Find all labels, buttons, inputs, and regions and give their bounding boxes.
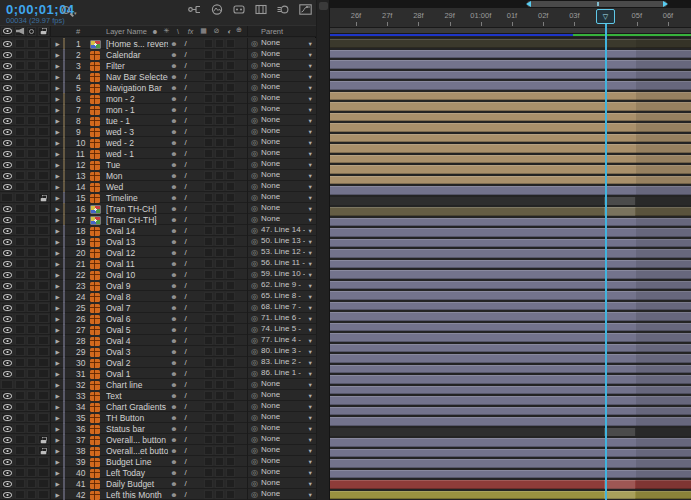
label-swatch[interactable] xyxy=(63,401,65,413)
parent-pickwhip-icon[interactable]: ◎ xyxy=(248,457,261,466)
layer-name[interactable]: Oval 9 xyxy=(106,281,168,291)
solo-toggle[interactable] xyxy=(27,336,36,345)
parent-dropdown-arrow-icon[interactable]: ▼ xyxy=(308,470,313,476)
twirl-arrow[interactable]: ▶ xyxy=(52,305,63,311)
solo-toggle[interactable] xyxy=(27,325,36,334)
adjustment-toggle[interactable] xyxy=(226,314,235,323)
shy-toggle-icon[interactable]: ☻ xyxy=(168,216,180,223)
label-swatch[interactable] xyxy=(63,456,65,468)
parent-dropdown[interactable]: None ▼ xyxy=(261,390,316,401)
twirl-arrow[interactable]: ▶ xyxy=(52,382,63,388)
quality-toggle[interactable]: / xyxy=(180,369,191,378)
audio-toggle[interactable] xyxy=(15,182,25,191)
label-swatch[interactable] xyxy=(63,137,65,149)
twirl-arrow[interactable]: ▶ xyxy=(52,426,63,432)
motion-blur-toggle[interactable] xyxy=(215,369,224,378)
frame-blend-toggle[interactable] xyxy=(204,83,213,92)
parent-dropdown[interactable]: None ▼ xyxy=(261,412,316,423)
adjustment-toggle[interactable] xyxy=(226,116,235,125)
shy-toggle-icon[interactable]: ☻ xyxy=(168,436,180,443)
layer-name[interactable]: [Tran CH-TH] xyxy=(106,215,168,225)
solo-toggle[interactable] xyxy=(27,413,36,422)
parent-dropdown-arrow-icon[interactable]: ▼ xyxy=(308,239,313,245)
video-toggle[interactable] xyxy=(1,325,13,334)
layer-duration-bar[interactable] xyxy=(330,449,691,458)
parent-pickwhip-icon[interactable]: ◎ xyxy=(248,116,261,125)
parent-dropdown[interactable]: 83. Line 2 - ▼ xyxy=(261,357,316,368)
parent-dropdown-arrow-icon[interactable]: ▼ xyxy=(308,85,313,91)
quality-switch-header-icon[interactable]: \ xyxy=(172,28,184,35)
parent-dropdown[interactable]: None ▼ xyxy=(261,82,316,93)
twirl-arrow[interactable]: ▶ xyxy=(52,96,63,102)
frame-blend-toggle[interactable] xyxy=(204,347,213,356)
layer-duration-bar[interactable] xyxy=(330,123,691,132)
parent-pickwhip-icon[interactable]: ◎ xyxy=(248,391,261,400)
audio-toggle[interactable] xyxy=(15,116,25,125)
parent-dropdown-arrow-icon[interactable]: ▼ xyxy=(308,338,313,344)
label-swatch[interactable] xyxy=(63,412,65,424)
layer-name[interactable]: Oval 2 xyxy=(106,358,168,368)
quality-toggle[interactable]: / xyxy=(180,237,191,246)
parent-pickwhip-icon[interactable]: ◎ xyxy=(248,303,261,312)
frame-blend-toggle[interactable] xyxy=(204,303,213,312)
motion-blur-toggle[interactable] xyxy=(215,314,224,323)
twirl-arrow[interactable]: ▶ xyxy=(52,184,63,190)
lock-toggle[interactable] xyxy=(38,50,49,59)
motion-blur-toggle[interactable] xyxy=(215,336,224,345)
parent-dropdown[interactable]: None ▼ xyxy=(261,214,316,225)
layer-name[interactable]: mon - 1 xyxy=(106,105,168,115)
layer-name[interactable]: Oval 3 xyxy=(106,347,168,357)
parent-dropdown-arrow-icon[interactable]: ▼ xyxy=(308,52,313,58)
label-swatch[interactable] xyxy=(63,236,65,248)
adjustment-toggle[interactable] xyxy=(226,105,235,114)
adjustment-toggle[interactable] xyxy=(226,248,235,257)
solo-toggle[interactable] xyxy=(27,281,36,290)
label-swatch[interactable] xyxy=(63,225,65,237)
comp-marker-bin-button[interactable] xyxy=(319,2,328,10)
shy-toggle-icon[interactable]: ☻ xyxy=(168,183,180,190)
label-swatch[interactable] xyxy=(63,71,65,83)
quality-toggle[interactable]: / xyxy=(180,380,191,389)
parent-value[interactable]: None xyxy=(261,390,280,399)
solo-toggle[interactable] xyxy=(27,237,36,246)
parent-pickwhip-icon[interactable]: ◎ xyxy=(248,413,261,422)
video-toggle[interactable] xyxy=(1,402,13,411)
solo-toggle[interactable] xyxy=(27,171,36,180)
parent-dropdown[interactable]: 80. Line 3 - ▼ xyxy=(261,346,316,357)
layer-duration-bar[interactable] xyxy=(330,176,691,185)
parent-dropdown-arrow-icon[interactable]: ▼ xyxy=(308,360,313,366)
layer-duration-bar[interactable] xyxy=(330,113,691,122)
parent-value[interactable]: None xyxy=(261,148,280,157)
solo-toggle[interactable] xyxy=(27,479,36,488)
twirl-arrow[interactable]: ▶ xyxy=(52,261,63,267)
solo-toggle[interactable] xyxy=(27,105,36,114)
motion-blur-toggle[interactable] xyxy=(215,292,224,301)
audio-toggle[interactable] xyxy=(15,127,25,136)
parent-pickwhip-icon[interactable]: ◎ xyxy=(248,270,261,279)
parent-value[interactable]: None xyxy=(261,467,280,476)
quality-toggle[interactable]: / xyxy=(180,358,191,367)
shy-toggle-icon[interactable]: ☻ xyxy=(168,480,180,487)
lock-toggle[interactable] xyxy=(38,94,49,103)
shy-toggle-icon[interactable]: ☻ xyxy=(168,469,180,476)
audio-toggle[interactable] xyxy=(15,39,25,48)
label-swatch[interactable] xyxy=(63,258,65,270)
parent-value[interactable]: None xyxy=(261,214,280,223)
audio-toggle[interactable] xyxy=(15,248,25,257)
audio-toggle[interactable] xyxy=(15,105,25,114)
frame-blend-toggle[interactable] xyxy=(204,325,213,334)
motion-blur-toggle[interactable] xyxy=(215,424,224,433)
layer-name[interactable]: Left Today xyxy=(106,468,168,478)
layer-duration-bar[interactable] xyxy=(330,260,691,269)
shy-toggle-icon[interactable]: ☻ xyxy=(168,425,180,432)
adjustment-toggle[interactable] xyxy=(226,292,235,301)
solo-toggle[interactable] xyxy=(27,391,36,400)
shy-toggle-icon[interactable]: ☻ xyxy=(168,491,180,498)
audio-toggle[interactable] xyxy=(15,171,25,180)
audio-toggle[interactable] xyxy=(15,314,25,323)
audio-toggle[interactable] xyxy=(15,325,25,334)
motion-blur-icon[interactable] xyxy=(277,4,289,15)
audio-toggle[interactable] xyxy=(15,193,25,202)
video-toggle[interactable] xyxy=(1,204,13,213)
lock-toggle[interactable] xyxy=(38,336,49,345)
